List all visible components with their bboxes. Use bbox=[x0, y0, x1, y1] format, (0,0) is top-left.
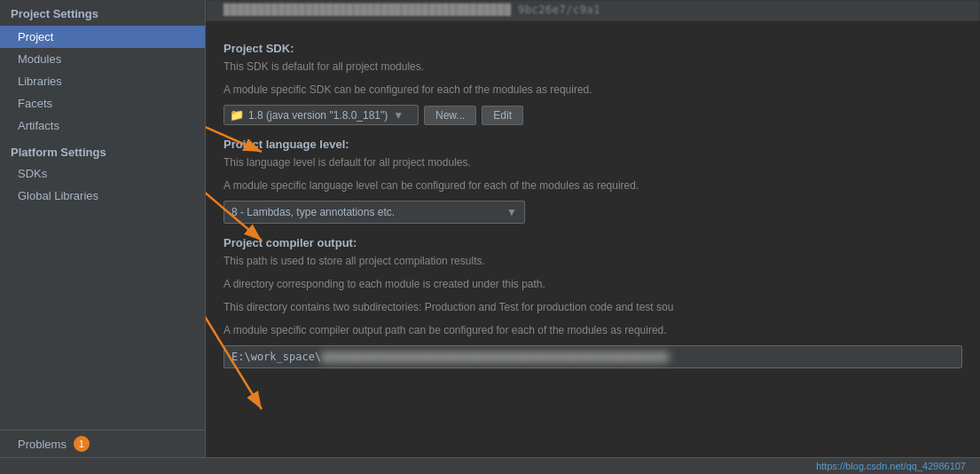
sidebar-item-modules[interactable]: Modules bbox=[0, 48, 205, 70]
sidebar-item-problems[interactable]: Problems 1 bbox=[0, 431, 205, 457]
footer: https://blog.csdn.net/qq_42986107 bbox=[0, 457, 980, 474]
sdk-value: 1.8 (java version "1.8.0_181") bbox=[248, 109, 388, 122]
edit-sdk-button[interactable]: Edit bbox=[482, 106, 523, 125]
new-sdk-button[interactable]: New... bbox=[424, 106, 476, 125]
sdk-title: Project SDK: bbox=[223, 42, 962, 55]
content-area: ████████████████████████████████████████… bbox=[206, 0, 980, 457]
sidebar-item-libraries[interactable]: Libraries bbox=[0, 70, 205, 92]
sidebar-item-facets[interactable]: Facets bbox=[0, 92, 205, 115]
lang-dropdown[interactable]: 8 - Lambdas, type annotations etc. ▼ bbox=[223, 201, 525, 224]
lang-desc-1: This language level is default for all p… bbox=[223, 154, 962, 170]
sidebar-header: Project Settings bbox=[0, 0, 205, 26]
compiler-desc-3: This directory contains two subdirectori… bbox=[223, 299, 962, 315]
sidebar-item-sdks[interactable]: SDKs bbox=[0, 162, 205, 185]
problems-badge: 1 bbox=[74, 436, 90, 452]
sdk-section: Project SDK: This SDK is default for all… bbox=[223, 42, 962, 125]
sdk-dropdown[interactable]: 📁 1.8 (java version "1.8.0_181") ▼ bbox=[223, 105, 419, 125]
folder-icon: 📁 bbox=[230, 108, 244, 122]
platform-settings-header: Platform Settings bbox=[0, 137, 205, 162]
sidebar-bottom: Problems 1 bbox=[0, 430, 205, 457]
compiler-desc-2: A directory corresponding to each module… bbox=[223, 276, 962, 292]
lang-value: 8 - Lambdas, type annotations etc. bbox=[231, 206, 395, 218]
sdk-dropdown-arrow: ▼ bbox=[393, 109, 404, 122]
compiler-output-path[interactable]: E:\work_space\██████████████████████████… bbox=[223, 345, 962, 368]
compiler-title: Project compiler output: bbox=[223, 236, 962, 249]
sidebar-item-global-libraries[interactable]: Global Libraries bbox=[0, 185, 205, 207]
compiler-desc-1: This path is used to store all project c… bbox=[223, 253, 962, 269]
sdk-desc-1: This SDK is default for all project modu… bbox=[223, 59, 962, 75]
sdk-desc-2: A module specific SDK can be configured … bbox=[223, 82, 962, 98]
top-hash-bar: ████████████████████████████████████████… bbox=[206, 0, 980, 20]
footer-url[interactable]: https://blog.csdn.net/qq_42986107 bbox=[816, 461, 966, 471]
lang-title: Project language level: bbox=[223, 138, 962, 151]
blurred-path: ████████████████████████████████████████… bbox=[321, 352, 673, 363]
sdk-row: 📁 1.8 (java version "1.8.0_181") ▼ New..… bbox=[223, 105, 962, 125]
lang-desc-2: A module specific language level can be … bbox=[223, 178, 962, 194]
compiler-desc-4: A module specific compiler output path c… bbox=[223, 322, 962, 338]
lang-section: Project language level: This language le… bbox=[223, 138, 962, 224]
sidebar-item-project[interactable]: Project bbox=[0, 26, 205, 48]
compiler-section: Project compiler output: This path is us… bbox=[223, 236, 962, 368]
sidebar: Project Settings Project Modules Librari… bbox=[0, 0, 206, 457]
sidebar-item-artifacts[interactable]: Artifacts bbox=[0, 115, 205, 137]
lang-dropdown-arrow: ▼ bbox=[506, 206, 517, 218]
